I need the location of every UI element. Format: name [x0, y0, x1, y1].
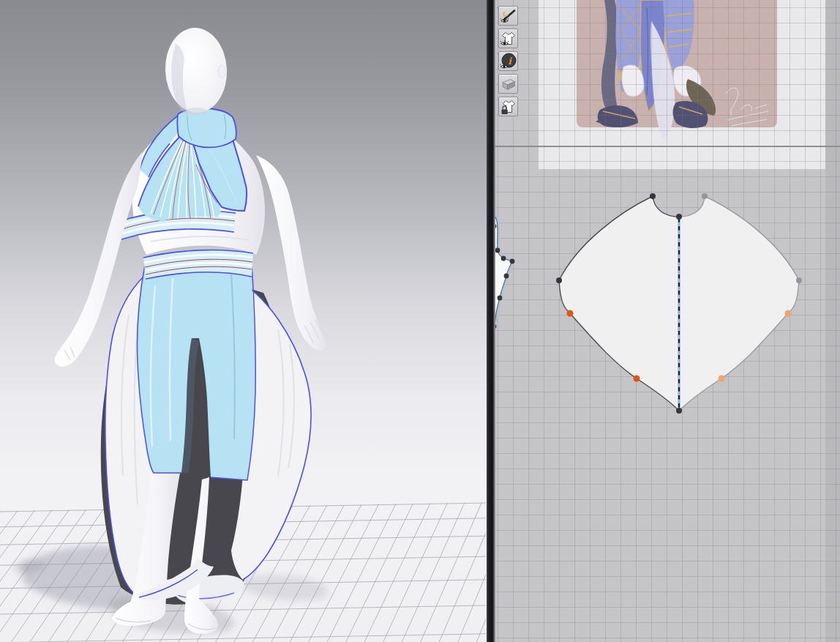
viewport-splitter[interactable] [487, 0, 495, 642]
pattern-point[interactable] [498, 296, 503, 301]
pattern-point[interactable] [796, 277, 802, 283]
pattern-point-curve[interactable] [719, 376, 725, 382]
pattern-point[interactable] [504, 274, 509, 279]
viewport-3d[interactable] [0, 0, 487, 642]
pattern-point-curve[interactable] [634, 376, 640, 382]
show-garment-button[interactable] [498, 29, 518, 48]
show-pins-button[interactable] [498, 6, 518, 26]
pattern-point-curve[interactable] [567, 310, 574, 317]
pattern-editor-2d[interactable]: i [495, 0, 840, 642]
pattern-piece-partial[interactable] [495, 216, 514, 329]
pattern-point[interactable] [650, 193, 656, 199]
avatar-head [163, 26, 229, 116]
pattern-point[interactable] [501, 256, 506, 261]
needle-icon [503, 11, 515, 21]
pattern-point[interactable] [702, 193, 708, 199]
show-information-button[interactable]: i [498, 51, 518, 71]
scene-3d [0, 0, 487, 642]
toolbar-2d-visibility: i [498, 6, 518, 116]
pattern-point[interactable] [676, 214, 682, 220]
eye-icon [500, 18, 509, 22]
lock-pattern-button[interactable] [498, 97, 518, 116]
pattern-point-curve[interactable] [785, 310, 792, 317]
pattern-piece-cape[interactable] [556, 193, 802, 414]
application-window: i [0, 0, 840, 642]
pattern-point[interactable] [556, 277, 562, 283]
textured-surface-button[interactable] [498, 74, 518, 94]
pattern-point[interactable] [676, 408, 682, 414]
avatar-ear [218, 65, 225, 78]
lock-icon [502, 106, 508, 114]
pattern-layer [495, 0, 840, 642]
fabric-icon [503, 80, 515, 90]
pattern-point[interactable] [510, 259, 515, 264]
